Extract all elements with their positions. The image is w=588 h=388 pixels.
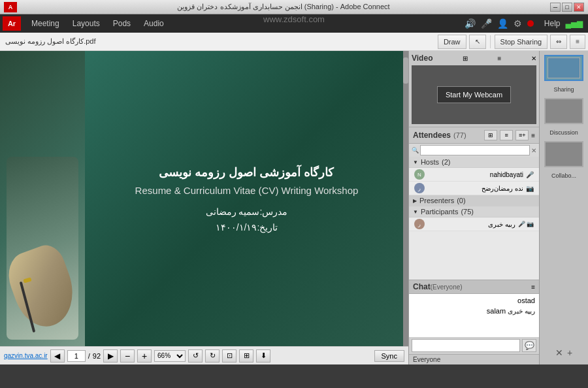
- toolbar: کارگاه اصول رزومه نویسی.pdf Draw ↖ Stop …: [0, 33, 588, 51]
- start-webcam-button[interactable]: Start My Webcam: [437, 86, 511, 103]
- draw-button[interactable]: Draw: [438, 35, 466, 49]
- minimize-button[interactable]: ─: [550, 3, 561, 12]
- menu-layouts[interactable]: Layouts: [66, 17, 106, 30]
- chat-everyone-row: Everyone: [409, 354, 539, 364]
- sync-button[interactable]: Sync: [374, 350, 404, 362]
- menu-meeting[interactable]: Meeting: [25, 17, 66, 30]
- search-icon: 🔍: [412, 147, 419, 154]
- full-screen-button[interactable]: ⊞: [239, 349, 253, 363]
- titlebar-title: انجمن حسابداری آموزشکده دختران قزوین (Sh…: [17, 3, 550, 11]
- menu-pods[interactable]: Pods: [106, 17, 137, 30]
- p1-mic-icon[interactable]: 🎤: [518, 221, 525, 227]
- titlebar-controls: ─ □ ✕: [550, 3, 584, 12]
- participants-count: (75): [461, 208, 474, 216]
- everyone-label: Everyone: [413, 356, 440, 363]
- presenters-collapse-icon[interactable]: ▶: [413, 198, 417, 204]
- video-title: Video: [412, 54, 433, 63]
- video-content: Start My Webcam: [412, 65, 536, 124]
- chat-input[interactable]: [412, 339, 520, 352]
- menu-icons-group: 🔊 🎤 👤 ⚙: [465, 18, 534, 29]
- prev-page-button[interactable]: ◀: [50, 349, 65, 363]
- attendees-search-input[interactable]: [420, 145, 530, 155]
- adobe-logo: Ar: [3, 16, 21, 31]
- chat-input-row: 💬: [409, 337, 539, 354]
- menu-audio[interactable]: Audio: [137, 17, 171, 30]
- menubar: Ar Meeting Layouts Pods Audio 🔊 🎤 👤 ⚙ He…: [0, 14, 588, 33]
- participants-group-header[interactable]: ▼ Participants (75): [409, 206, 539, 218]
- zoom-select[interactable]: 66% 50% 75% 100%: [154, 350, 186, 362]
- slide-title-arabic: کارگاه آموزشی اصول رزومه نویسی: [159, 165, 334, 180]
- host1-icons: 🎤: [526, 171, 534, 178]
- msg1-text: ostad: [517, 297, 535, 304]
- pointer-button[interactable]: ↖: [469, 35, 486, 49]
- vertical-scrollbar[interactable]: [403, 51, 408, 346]
- filename-label: کارگاه اصول رزومه نویسی.pdf: [3, 37, 99, 46]
- sharing-panel-thumb[interactable]: [544, 55, 583, 81]
- next-page-button[interactable]: ▶: [103, 349, 118, 363]
- close-button[interactable]: ✕: [574, 3, 584, 12]
- slide-toolbar: qazvin.tva.ac.ir ◀ / 92 ▶ − + 66% 50% 75…: [0, 346, 408, 364]
- far-right-panel: Sharing Discussion Collabo... ✕ +: [539, 51, 588, 364]
- presenters-group-header[interactable]: ▶ Presenters (0): [409, 195, 539, 206]
- slide-date: تاریخ:۱۴۰۰/۱/۱۹: [216, 222, 278, 233]
- undo-button[interactable]: ↺: [188, 349, 203, 363]
- chat-scope: (Everyone): [431, 283, 463, 291]
- expand-icon[interactable]: ⊞: [463, 55, 468, 62]
- msg2-sender: ربیه خبری: [508, 308, 535, 315]
- chat-send-button[interactable]: 💬: [522, 339, 536, 352]
- p1-cam-icon[interactable]: 📷: [527, 221, 534, 227]
- presenters-count: (0): [457, 197, 465, 204]
- host1-mic-icon[interactable]: 🎤: [526, 171, 534, 178]
- page-separator: /: [88, 352, 90, 360]
- scrollbar-thumb[interactable]: [403, 57, 408, 84]
- hosts-group-header[interactable]: ▼ Hosts (2): [409, 157, 539, 168]
- participant-row-1: ر ربیه خبری 🎤 📷: [409, 218, 539, 231]
- hosts-collapse-icon[interactable]: ▼: [413, 159, 418, 165]
- video-menu-icon[interactable]: ≡: [498, 55, 502, 62]
- speaker-icon[interactable]: 🔊: [465, 18, 476, 29]
- slide-instructor: مدرس:سمیه رمضانی: [206, 206, 288, 217]
- participants-label: Participants: [421, 208, 458, 216]
- main-content: کارگاه آموزشی اصول رزومه نویسی Resume & …: [0, 51, 588, 364]
- attendees-options-icon[interactable]: ≡: [531, 132, 535, 139]
- phone-icon[interactable]: 👤: [497, 18, 508, 29]
- page-input[interactable]: [67, 350, 86, 362]
- collabo-panel-label: Collabo...: [551, 172, 576, 179]
- stop-sharing-button[interactable]: Stop Sharing: [495, 35, 548, 49]
- attendees-grid-view[interactable]: ⊞: [484, 130, 497, 140]
- share-icon-button[interactable]: ⇔: [550, 35, 567, 49]
- site-link[interactable]: qazvin.tva.ac.ir: [4, 352, 48, 359]
- slide-subtitle: Resume & Curriculum Vitae (CV) Writing W…: [135, 185, 359, 196]
- slide: کارگاه آموزشی اصول رزومه نویسی Resume & …: [0, 51, 408, 346]
- video-section: Video ⊞ ≡ ✕ Start My Webcam: [409, 51, 539, 127]
- download-button[interactable]: ⬇: [256, 349, 270, 363]
- zoom-out-button[interactable]: −: [120, 349, 135, 363]
- attendees-menu[interactable]: ≡+: [515, 130, 529, 140]
- chat-menu-icon[interactable]: ≡: [531, 283, 535, 291]
- host-row-1: N nahidbayati 🎤: [409, 168, 539, 182]
- help-button[interactable]: Help: [539, 17, 566, 30]
- settings-icon[interactable]: ⚙: [514, 18, 522, 29]
- msg2-text: salam: [487, 307, 506, 315]
- attendees-title: Attendees: [413, 131, 451, 140]
- clear-search-button[interactable]: ✕: [531, 147, 536, 154]
- redo-button[interactable]: ↻: [205, 349, 220, 363]
- mic-icon[interactable]: 🎤: [481, 18, 492, 29]
- right-panel: Video ⊞ ≡ ✕ Start My Webcam Attendees (7…: [408, 51, 539, 364]
- chat-message-2: ربیه خبری salam: [413, 307, 535, 315]
- zoom-in-button[interactable]: +: [137, 349, 152, 363]
- host2-cam-icon[interactable]: 📷: [526, 185, 534, 192]
- attendees-list-view[interactable]: ≡: [500, 130, 513, 140]
- chat-title: Chat: [413, 282, 431, 291]
- attendees-count: (77): [453, 131, 466, 139]
- participants-collapse-icon[interactable]: ▼: [413, 209, 418, 215]
- add-panel-button[interactable]: +: [567, 348, 572, 358]
- discussion-panel-thumb[interactable]: [544, 98, 583, 124]
- chat-message-1: ostad: [413, 297, 535, 304]
- collabo-panel-thumb[interactable]: [544, 141, 583, 167]
- menu-button[interactable]: ≡: [570, 35, 585, 49]
- maximize-button[interactable]: □: [562, 3, 572, 12]
- fit-page-button[interactable]: ⊡: [222, 349, 237, 363]
- cross-button[interactable]: ✕: [555, 348, 563, 358]
- close-video-icon[interactable]: ✕: [531, 55, 536, 62]
